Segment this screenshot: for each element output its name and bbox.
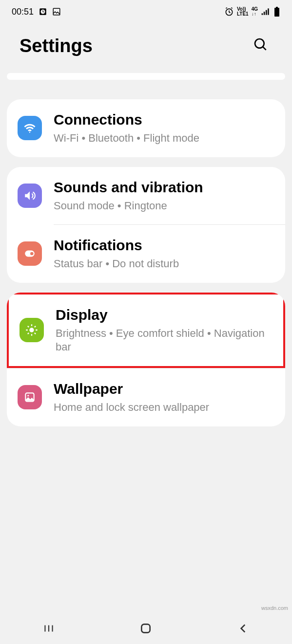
svg-point-25 (27, 395, 29, 396)
svg-line-22 (28, 333, 29, 334)
network-4g-icon: 4G↓↑ (252, 7, 258, 17)
header: Settings (0, 23, 292, 73)
svg-point-12 (29, 132, 30, 133)
row-title: Display (56, 306, 273, 324)
svg-line-21 (35, 333, 36, 334)
page-title: Settings (19, 36, 93, 56)
svg-point-14 (30, 252, 34, 256)
row-title: Connections (54, 111, 274, 129)
sound-icon (18, 184, 42, 208)
navigation-bar (0, 615, 292, 644)
settings-item-connections[interactable]: Connections Wi-Fi • Bluetooth • Flight m… (7, 99, 285, 157)
settings-group-display-wallpaper: Display Brightness • Eye comfort shield … (7, 293, 285, 426)
svg-rect-4 (262, 13, 263, 15)
content: Connections Wi-Fi • Bluetooth • Flight m… (0, 73, 292, 426)
svg-rect-9 (276, 7, 278, 8)
row-text: Display Brightness • Eye comfort shield … (56, 306, 273, 354)
svg-point-10 (255, 39, 264, 48)
row-subtitle: Wi-Fi • Bluetooth • Flight mode (54, 131, 274, 146)
row-subtitle: Home and lock screen wallpaper (54, 401, 274, 415)
alarm-icon (224, 7, 234, 17)
row-text: Wallpaper Home and lock screen wallpaper (54, 380, 274, 415)
recents-button[interactable] (42, 622, 55, 637)
row-title: Sounds and vibration (54, 179, 274, 196)
row-text: Notifications Status bar • Do not distur… (54, 237, 274, 271)
svg-rect-6 (266, 10, 267, 15)
settings-item-sounds[interactable]: Sounds and vibration Sound mode • Ringto… (7, 167, 285, 225)
search-icon (253, 37, 269, 53)
row-subtitle: Status bar • Do not disturb (54, 257, 274, 271)
svg-line-20 (28, 326, 29, 327)
wallpaper-icon (18, 385, 42, 409)
status-right: Vo))LTE1 4G↓↑ (224, 6, 280, 17)
settings-group-connections: Connections Wi-Fi • Bluetooth • Flight m… (7, 99, 285, 157)
row-title: Notifications (54, 237, 274, 254)
row-text: Sounds and vibration Sound mode • Ringto… (54, 179, 274, 213)
clock-icon (39, 7, 47, 16)
row-subtitle: Sound mode • Ringtone (54, 199, 274, 213)
settings-item-notifications[interactable]: Notifications Status bar • Do not distur… (7, 225, 285, 283)
svg-line-23 (35, 326, 36, 327)
settings-group-sounds-notifications: Sounds and vibration Sound mode • Ringto… (7, 167, 285, 283)
row-subtitle: Brightness • Eye comfort shield • Naviga… (56, 327, 273, 354)
status-time: 00:51 (12, 7, 34, 17)
wifi-icon (18, 116, 42, 140)
status-left: 00:51 (12, 7, 61, 17)
back-button[interactable] (237, 622, 250, 637)
home-button[interactable] (139, 622, 152, 637)
svg-rect-8 (274, 8, 279, 17)
battery-icon (273, 6, 280, 17)
spacer-card (7, 73, 285, 80)
signal-icon (261, 7, 271, 17)
watermark: wsxdn.com (261, 605, 288, 611)
search-button[interactable] (249, 33, 273, 58)
volte-icon: Vo))LTE1 (237, 7, 249, 17)
settings-item-display[interactable]: Display Brightness • Eye comfort shield … (7, 293, 285, 368)
svg-rect-29 (142, 624, 150, 632)
svg-rect-7 (268, 8, 269, 15)
image-icon (52, 7, 61, 16)
settings-item-wallpaper[interactable]: Wallpaper Home and lock screen wallpaper (7, 368, 285, 426)
status-bar: 00:51 Vo))LTE1 4G↓↑ (0, 0, 292, 23)
row-title: Wallpaper (54, 380, 274, 398)
svg-rect-5 (264, 12, 265, 15)
row-text: Connections Wi-Fi • Bluetooth • Flight m… (54, 111, 274, 146)
brightness-icon (19, 318, 44, 342)
svg-rect-2 (53, 8, 60, 15)
svg-point-15 (29, 328, 34, 332)
svg-line-11 (263, 47, 266, 50)
notification-icon (18, 241, 42, 266)
